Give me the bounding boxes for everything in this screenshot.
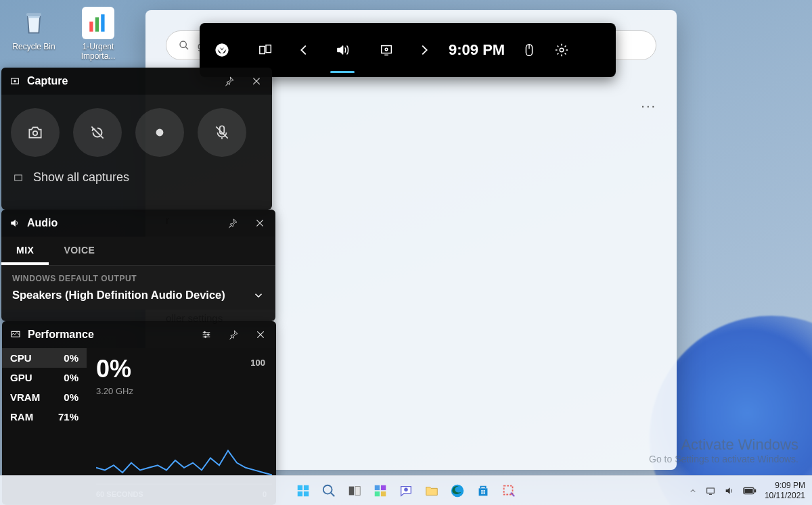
- svg-rect-8: [266, 45, 271, 53]
- widget-header: Performance: [2, 321, 276, 348]
- taskbar-taskview[interactable]: [345, 481, 364, 500]
- gallery-icon: [12, 173, 24, 183]
- svg-point-39: [404, 487, 408, 491]
- battery-icon[interactable]: [743, 487, 757, 495]
- perf-big-value: 0%: [96, 355, 267, 383]
- svg-point-24: [207, 334, 209, 336]
- camera-icon: [26, 124, 44, 141]
- close-button[interactable]: [250, 324, 271, 345]
- svg-point-4: [180, 41, 186, 47]
- close-button[interactable]: [246, 71, 267, 91]
- speaker-icon: [9, 218, 20, 229]
- svg-rect-42: [483, 490, 484, 491]
- taskbar-clock[interactable]: 9:09 PM 10/11/2021: [765, 481, 805, 500]
- prev-button[interactable]: [288, 23, 320, 77]
- network-icon[interactable]: [705, 485, 716, 496]
- svg-rect-3: [101, 14, 104, 32]
- audio-widget-button[interactable]: [320, 23, 364, 77]
- folder-icon: [424, 483, 439, 498]
- chevron-down-icon: [252, 289, 265, 302]
- monitor-icon: [379, 43, 394, 57]
- taskbar-time: 9:09 PM: [765, 481, 805, 490]
- taskbar-widgets[interactable]: [371, 481, 390, 500]
- taskbar-start[interactable]: [294, 481, 313, 500]
- svg-rect-27: [298, 485, 302, 489]
- start-more-button[interactable]: ···: [641, 98, 656, 114]
- show-all-captures-label: Show all captures: [33, 170, 129, 184]
- taskbar-date: 10/11/2021: [765, 491, 805, 500]
- close-icon: [255, 329, 266, 340]
- taskbar-systray: 9:09 PM 10/11/2021: [689, 481, 812, 500]
- record-button[interactable]: [135, 108, 184, 157]
- tab-voice[interactable]: VOICE: [49, 237, 110, 265]
- mouse-button[interactable]: [513, 23, 545, 77]
- svg-rect-33: [349, 486, 354, 495]
- taskbar-search[interactable]: [319, 481, 338, 500]
- svg-line-5: [185, 47, 188, 49]
- svg-point-15: [14, 80, 16, 82]
- widgets-icon: [373, 483, 388, 498]
- desktop-icon-urgent[interactable]: 1-Urgent Importa...: [71, 7, 125, 61]
- svg-point-18: [156, 129, 164, 137]
- svg-point-10: [385, 48, 388, 51]
- svg-rect-2: [95, 18, 99, 32]
- record-last-icon: [89, 124, 106, 141]
- svg-rect-21: [15, 175, 22, 181]
- taskbar-explorer[interactable]: [422, 481, 441, 500]
- settings-button[interactable]: [545, 23, 578, 77]
- perf-metric-ram[interactable]: RAM71%: [2, 407, 87, 427]
- options-button[interactable]: [196, 324, 217, 345]
- chevron-up-icon[interactable]: [689, 487, 697, 495]
- pin-icon: [228, 329, 239, 340]
- performance-widget-button[interactable]: [364, 23, 408, 77]
- perf-metric-cpu[interactable]: CPU0%: [2, 348, 87, 368]
- widget-header: Capture: [1, 68, 272, 95]
- svg-rect-43: [481, 492, 482, 494]
- xbox-icon: [215, 43, 229, 57]
- perf-sub-value: 3.20 GHz: [96, 386, 267, 396]
- store-icon: [476, 483, 491, 498]
- performance-icon: [10, 329, 21, 340]
- widgets-icon: [258, 43, 273, 57]
- taskbar-snip[interactable]: [499, 481, 518, 500]
- record-last-button[interactable]: [73, 108, 122, 157]
- taskbar-chat[interactable]: [397, 481, 415, 500]
- pin-button[interactable]: [219, 71, 240, 91]
- desktop-icon-label: 1-Urgent Importa...: [71, 42, 125, 61]
- svg-rect-29: [298, 491, 302, 496]
- pin-button[interactable]: [223, 324, 244, 345]
- recycle-bin-icon: [18, 7, 50, 39]
- svg-rect-38: [381, 491, 386, 496]
- chevron-right-icon: [417, 43, 432, 57]
- audio-widget: Audio MIX VOICE WINDOWS DEFAULT OUTPUT S…: [1, 210, 275, 321]
- pin-icon: [224, 76, 235, 87]
- windows-icon: [296, 483, 311, 498]
- tab-mix[interactable]: MIX: [1, 237, 49, 265]
- mic-off-icon: [213, 124, 231, 141]
- close-icon: [251, 76, 262, 87]
- record-icon: [151, 124, 168, 141]
- pin-button[interactable]: [223, 213, 243, 233]
- taskbar-store[interactable]: [474, 481, 493, 500]
- show-all-captures[interactable]: Show all captures: [1, 170, 272, 185]
- audio-section-label: WINDOWS DEFAULT OUTPUT: [12, 274, 265, 283]
- taskbar-edge[interactable]: [448, 481, 467, 500]
- speaker-icon: [335, 43, 350, 57]
- next-button[interactable]: [408, 23, 441, 77]
- volume-icon[interactable]: [724, 485, 735, 496]
- svg-line-32: [331, 492, 335, 496]
- widget-title: Capture: [27, 75, 212, 87]
- close-button[interactable]: [250, 213, 270, 233]
- taskview-icon: [347, 483, 362, 498]
- perf-metric-vram[interactable]: VRAM0%: [2, 387, 87, 407]
- svg-rect-44: [483, 492, 484, 494]
- perf-metric-gpu[interactable]: GPU0%: [2, 368, 87, 387]
- mic-toggle-button[interactable]: [198, 108, 246, 157]
- screenshot-button[interactable]: [11, 108, 60, 157]
- audio-output-selector[interactable]: Speakers (High Definition Audio Device): [12, 289, 265, 304]
- svg-rect-1: [89, 22, 93, 32]
- desktop-icon-recycle-bin[interactable]: Recycle Bin: [7, 7, 61, 51]
- svg-rect-28: [304, 485, 309, 489]
- svg-point-16: [33, 131, 38, 136]
- svg-rect-37: [375, 491, 380, 496]
